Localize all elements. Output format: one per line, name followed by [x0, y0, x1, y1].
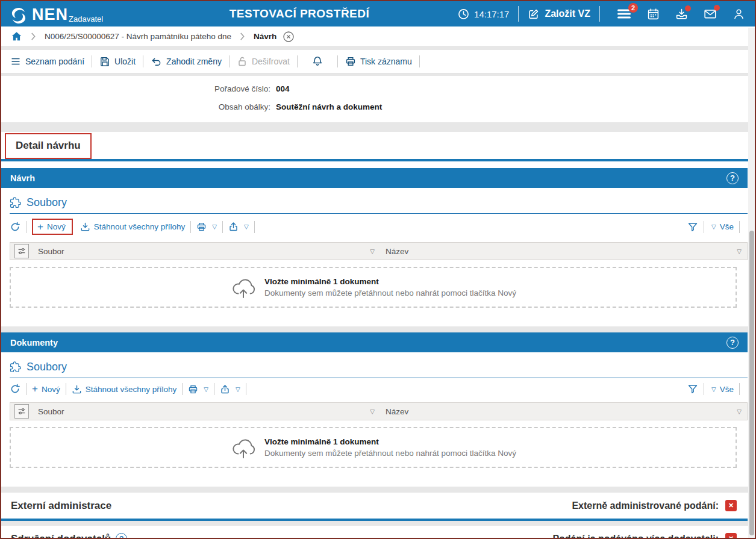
column-filter-caret[interactable]: ▽ — [370, 248, 375, 255]
refresh-button[interactable] — [10, 384, 20, 394]
submission-summary: Pořadové číslo: 004 Obsah obálky: Soutěž… — [1, 76, 755, 122]
sdruzeni-title: Sdružení dodavatelů ? — [11, 533, 127, 539]
inbox-alert-dot — [685, 5, 691, 11]
column-settings-button[interactable] — [14, 404, 29, 419]
close-tab-icon[interactable] — [283, 31, 295, 43]
export-icon — [220, 384, 230, 394]
caret-down-icon: ▽ — [711, 223, 716, 230]
file-dropzone[interactable]: Vložte minimálně 1 dokument Dokumenty se… — [10, 427, 737, 468]
export-menu-button[interactable]: ▽ — [220, 384, 240, 394]
user-profile-button[interactable] — [733, 8, 745, 20]
printer-icon — [196, 222, 207, 232]
home-icon[interactable] — [11, 31, 22, 42]
filter-scope-dropdown[interactable]: ▽ Vše — [710, 385, 734, 394]
printer-icon — [188, 384, 198, 394]
scrollbar-thumb[interactable] — [749, 231, 754, 535]
subsection-title: Soubory — [27, 196, 67, 209]
spacer — [1, 326, 755, 332]
caret-down-icon: ▽ — [204, 386, 208, 393]
envelope-content-value: Soutěžní návrh a dokument — [276, 102, 382, 111]
help-icon[interactable]: ? — [116, 533, 127, 539]
export-menu-button[interactable]: ▽ — [228, 222, 249, 232]
column-filter-caret[interactable]: ▽ — [737, 408, 742, 415]
column-settings-button[interactable] — [14, 244, 29, 258]
filter-button[interactable] — [687, 222, 698, 232]
clock-icon — [458, 8, 469, 20]
section-sdruzeni-dodavatelu: Sdružení dodavatelů ? Podání je podáváno… — [1, 526, 755, 539]
column-filter-caret[interactable]: ▽ — [370, 408, 375, 415]
toolbar-divider — [26, 383, 27, 395]
print-record-button[interactable]: Tisk záznamu — [345, 56, 412, 67]
filter-scope-dropdown[interactable]: ▽ Vše — [710, 222, 734, 231]
dropzone-hint: Dokumenty sem můžete přetáhnout nebo nah… — [264, 449, 516, 458]
toolbar-divider — [66, 383, 66, 395]
spacer — [1, 487, 755, 493]
spacer — [1, 521, 755, 526]
topbar: NEN Zadavatel TESTOVACÍ PROSTŘEDÍ 14:17:… — [1, 1, 755, 26]
vertical-scrollbar[interactable] — [748, 28, 755, 538]
print-menu-button[interactable]: ▽ — [196, 222, 217, 232]
refresh-icon — [10, 384, 20, 394]
calendar-button[interactable] — [647, 8, 660, 20]
chevron-right-icon — [31, 33, 36, 40]
logo-role-label: Zadavatel — [69, 14, 103, 23]
section-header-dokumenty: Dokumenty ? — [1, 332, 748, 352]
new-file-button[interactable]: + Nový — [32, 385, 60, 394]
section-header-navrh: Návrh ? — [1, 168, 748, 188]
files-toolbar: + Nový Stáhnout všechny přílohy ▽ — [1, 214, 748, 240]
environment-title: TESTOVACÍ PROSTŘEDÍ — [230, 7, 370, 20]
toolbar-divider — [254, 221, 255, 233]
toolbar-divider — [190, 221, 191, 233]
subsection-soubory: Soubory — [1, 188, 748, 213]
breadcrumb-current-page: Návrh — [254, 32, 276, 41]
sliders-icon — [17, 246, 27, 256]
ext-admin-status-no-icon[interactable]: ✕ — [725, 500, 737, 511]
breadcrumb-procedure-link[interactable]: N006/25/S00000627 - Návrh památníku páte… — [45, 32, 231, 41]
puzzle-icon — [10, 197, 21, 208]
discard-changes-button[interactable]: Zahodit změny — [151, 56, 222, 67]
section-externi-administrace: Externí administrace Externě administrov… — [1, 493, 755, 519]
export-icon — [228, 222, 239, 232]
toolbar-divider — [337, 55, 338, 67]
section-title: Dokumenty — [10, 338, 58, 347]
notifications-button[interactable] — [311, 55, 323, 67]
save-button[interactable]: Uložit — [99, 56, 136, 67]
new-file-button[interactable]: + Nový — [37, 222, 66, 231]
main-menu-button[interactable]: 2 — [617, 8, 631, 20]
column-filter-caret[interactable]: ▽ — [737, 248, 742, 255]
caret-down-icon: ▽ — [711, 386, 716, 393]
download-all-button[interactable]: Stáhnout všechny přílohy — [72, 384, 177, 394]
help-icon[interactable]: ? — [726, 337, 739, 349]
toolbar-divider — [143, 55, 143, 67]
download-all-button[interactable]: Stáhnout všechny přílohy — [80, 222, 186, 232]
spacer — [1, 122, 755, 132]
filter-button[interactable] — [687, 384, 698, 394]
refresh-button[interactable] — [10, 222, 20, 232]
panel-bottom-padding — [1, 308, 748, 326]
edit-icon — [528, 8, 539, 20]
calendar-icon — [647, 8, 660, 20]
time-value: 14:17:17 — [474, 9, 509, 19]
tab-detail-navrhu[interactable]: Detail návrhu — [5, 133, 92, 159]
inbox-downloads-button[interactable] — [675, 8, 688, 20]
messages-button[interactable] — [704, 7, 717, 20]
cloud-upload-icon — [230, 435, 257, 460]
form-row: Obsah obálky: Soutěžní návrh a dokument — [1, 102, 755, 111]
ext-admin-label: Externě administrované podání: — [572, 500, 719, 511]
ext-admin-title: Externí administrace — [11, 500, 111, 512]
sdruzeni-status-no-icon[interactable]: ✕ — [725, 533, 737, 539]
help-icon[interactable]: ? — [726, 172, 739, 184]
caret-down-icon: ▽ — [244, 223, 249, 230]
seznam-podani-button[interactable]: Seznam podání — [10, 56, 84, 67]
unlock-icon — [237, 56, 248, 67]
nen-logo[interactable]: NEN Zadavatel — [10, 4, 103, 25]
dropzone-hint: Dokumenty sem můžete přetáhnout nebo nah… — [264, 288, 516, 298]
notification-bell-icon — [311, 55, 323, 67]
create-vz-button[interactable]: Založit VZ — [528, 8, 590, 20]
filter-funnel-icon — [687, 222, 698, 232]
topbar-divider — [599, 6, 600, 22]
toolbar-divider — [297, 55, 298, 67]
print-menu-button[interactable]: ▽ — [188, 384, 208, 394]
annotation-box-new: + Nový — [32, 219, 73, 235]
file-dropzone[interactable]: Vložte minimálně 1 dokument Dokumenty se… — [10, 267, 737, 308]
